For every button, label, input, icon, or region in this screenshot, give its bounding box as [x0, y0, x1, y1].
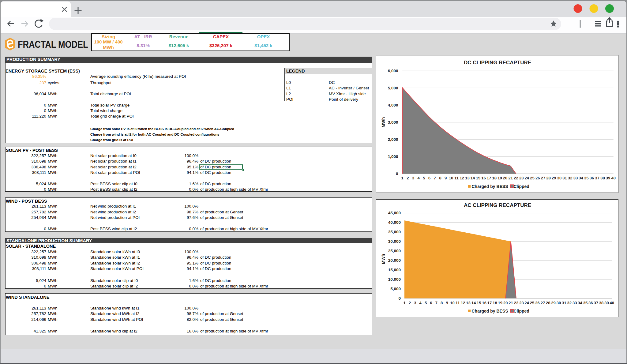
svg-text:3,000: 3,000: [388, 120, 398, 125]
svg-text:15: 15: [477, 301, 481, 305]
svg-text:DC CLIPPING RECAPTURE: DC CLIPPING RECAPTURE: [464, 60, 531, 66]
svg-text:25: 25: [530, 176, 534, 180]
svg-text:25: 25: [530, 301, 534, 305]
svg-text:18: 18: [493, 301, 497, 305]
svg-text:2: 2: [409, 301, 411, 305]
svg-text:39: 39: [606, 176, 610, 180]
svg-text:19: 19: [497, 176, 502, 180]
svg-text:6: 6: [430, 301, 432, 305]
svg-text:0: 0: [396, 171, 398, 176]
svg-text:13: 13: [465, 176, 469, 180]
svg-text:Clipped: Clipped: [514, 309, 529, 313]
svg-text:14: 14: [471, 301, 476, 305]
svg-text:38: 38: [599, 301, 603, 305]
svg-text:23: 23: [519, 301, 524, 305]
svg-text:21: 21: [509, 301, 513, 305]
svg-text:31: 31: [562, 176, 567, 180]
svg-text:8: 8: [439, 176, 441, 180]
svg-text:19: 19: [498, 301, 502, 305]
svg-text:11: 11: [454, 176, 459, 180]
svg-text:1: 1: [403, 301, 405, 305]
svg-text:27: 27: [541, 176, 545, 180]
svg-text:22: 22: [514, 176, 518, 180]
svg-text:6,000: 6,000: [388, 69, 398, 73]
svg-text:40,000: 40,000: [388, 220, 401, 225]
svg-text:23: 23: [519, 176, 524, 180]
svg-text:30: 30: [557, 301, 561, 305]
svg-text:5: 5: [425, 301, 427, 305]
svg-text:37: 37: [595, 176, 599, 180]
svg-text:20,000: 20,000: [388, 258, 401, 263]
svg-text:0: 0: [398, 296, 401, 301]
svg-text:39: 39: [604, 301, 609, 305]
svg-text:4: 4: [419, 301, 422, 305]
svg-text:28: 28: [546, 176, 550, 180]
svg-text:31: 31: [562, 301, 566, 305]
svg-text:4,000: 4,000: [388, 103, 398, 107]
svg-text:40: 40: [610, 301, 614, 305]
svg-text:17: 17: [487, 301, 492, 305]
svg-text:21: 21: [509, 176, 513, 180]
svg-text:38: 38: [600, 176, 605, 180]
svg-text:33: 33: [573, 176, 578, 180]
svg-text:12: 12: [460, 176, 464, 180]
svg-text:10: 10: [450, 301, 454, 305]
svg-text:3: 3: [412, 176, 414, 180]
svg-text:29: 29: [551, 301, 555, 305]
svg-text:5,000: 5,000: [388, 86, 398, 90]
svg-text:25,000: 25,000: [388, 249, 401, 253]
svg-text:5,000: 5,000: [390, 287, 401, 291]
svg-text:7: 7: [435, 301, 437, 305]
svg-text:24: 24: [524, 301, 529, 305]
svg-text:1: 1: [401, 176, 404, 180]
svg-text:16: 16: [481, 176, 486, 180]
svg-text:Charged by BESS: Charged by BESS: [472, 309, 508, 313]
svg-text:5: 5: [423, 176, 425, 180]
svg-text:FRACTAL MODEL: FRACTAL MODEL: [18, 39, 88, 50]
svg-text:24: 24: [525, 176, 529, 180]
svg-text:27: 27: [541, 301, 545, 305]
svg-text:11: 11: [456, 301, 460, 305]
svg-text:8: 8: [441, 301, 443, 305]
svg-text:26: 26: [535, 301, 539, 305]
svg-text:9: 9: [446, 301, 448, 305]
svg-text:30: 30: [557, 176, 561, 180]
svg-text:12: 12: [461, 301, 465, 305]
svg-text:34: 34: [578, 301, 582, 305]
svg-text:6: 6: [428, 176, 430, 180]
svg-text:10,000: 10,000: [388, 277, 401, 282]
svg-text:32: 32: [568, 176, 572, 180]
svg-text:MWh: MWh: [381, 117, 386, 127]
svg-text:34: 34: [579, 176, 583, 180]
svg-text:30,000: 30,000: [388, 239, 401, 244]
svg-text:33: 33: [573, 301, 577, 305]
svg-text:37: 37: [594, 301, 598, 305]
svg-text:35,000: 35,000: [388, 230, 401, 234]
svg-text:26: 26: [535, 176, 540, 180]
svg-text:45,000: 45,000: [388, 211, 401, 215]
svg-text:35: 35: [584, 176, 588, 180]
svg-text:15,000: 15,000: [388, 268, 401, 272]
svg-text:4: 4: [418, 176, 420, 180]
svg-text:36: 36: [590, 176, 594, 180]
svg-text:3: 3: [414, 301, 416, 305]
svg-text:Charged by BESS: Charged by BESS: [472, 184, 508, 189]
svg-text:9: 9: [445, 176, 447, 180]
svg-text:20: 20: [503, 176, 507, 180]
svg-text:14: 14: [471, 176, 475, 180]
svg-text:40: 40: [611, 176, 615, 180]
svg-text:2,000: 2,000: [388, 137, 398, 142]
svg-text:18: 18: [492, 176, 497, 180]
svg-text:36: 36: [588, 301, 593, 305]
svg-text:22: 22: [514, 301, 518, 305]
svg-text:2: 2: [407, 176, 409, 180]
svg-text:13: 13: [466, 301, 470, 305]
svg-text:7: 7: [434, 176, 436, 180]
svg-text:1,000: 1,000: [388, 154, 398, 159]
svg-text:15: 15: [476, 176, 480, 180]
svg-text:29: 29: [552, 176, 556, 180]
svg-text:16: 16: [482, 301, 486, 305]
svg-text:28: 28: [546, 301, 550, 305]
svg-text:10: 10: [449, 176, 453, 180]
svg-text:MWh: MWh: [381, 254, 386, 264]
